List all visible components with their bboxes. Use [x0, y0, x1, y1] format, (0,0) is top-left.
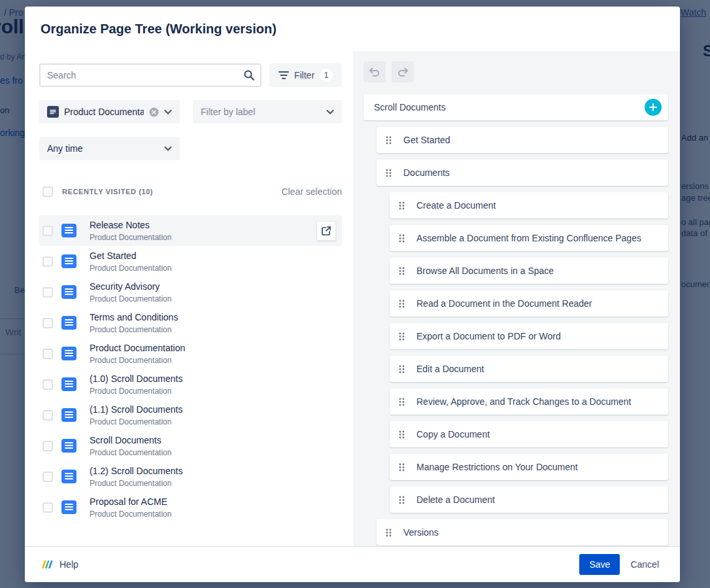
drag-handle-icon[interactable] [399, 430, 405, 439]
drag-handle-icon[interactable] [399, 463, 405, 472]
save-button[interactable]: Save [579, 554, 620, 575]
list-item[interactable]: (1.1) Scroll Documents Product Documenta… [39, 400, 342, 430]
tree-node-label: Read a Document in the Document Reader [416, 298, 592, 309]
tree-node[interactable]: Versions [377, 519, 668, 545]
search-input[interactable] [39, 63, 262, 87]
tree-node[interactable]: Documents [377, 160, 668, 186]
row-checkbox[interactable] [42, 318, 53, 328]
page-title: Get Started [90, 251, 336, 262]
tree-node[interactable]: Delete a Document [390, 487, 668, 513]
recently-visited-list: Release Notes Product Documentation Get … [39, 215, 342, 523]
drag-handle-icon[interactable] [399, 365, 405, 373]
tree-node[interactable]: Get Started [377, 127, 668, 153]
document-icon [61, 439, 76, 453]
page-space-name: Product Documentation [90, 264, 336, 273]
redo-button[interactable] [392, 61, 414, 82]
list-item[interactable]: Proposal for ACME Product Documentation [39, 492, 342, 523]
open-page-button[interactable] [316, 221, 336, 241]
clear-selection-link[interactable]: Clear selection [281, 186, 342, 197]
row-checkbox[interactable] [42, 472, 53, 482]
page-title: (1.2) Scroll Documents [90, 466, 336, 477]
list-item[interactable]: Get Started Product Documentation [39, 246, 342, 277]
section-header-label: RECENTLY VISITED (10) [62, 188, 272, 196]
drag-handle-icon[interactable] [386, 528, 392, 537]
page-space-name: Product Documentation [90, 356, 336, 365]
list-item[interactable]: (1.0) Scroll Documents Product Documenta… [39, 369, 342, 400]
row-checkbox[interactable] [42, 226, 53, 236]
page-title: Scroll Documents [90, 435, 336, 446]
page-space-name: Product Documentation [90, 479, 336, 488]
tree-node[interactable]: Read a Document in the Document Reader [390, 290, 668, 317]
row-checkbox[interactable] [42, 441, 53, 451]
document-icon [61, 470, 76, 483]
dialog-footer: Help Save Cancel [25, 546, 680, 582]
add-page-button[interactable] [645, 99, 662, 116]
tree-node[interactable]: Edit a Document [390, 356, 668, 382]
page-space-name: Product Documentation [90, 417, 336, 426]
page-title: (1.0) Scroll Documents [90, 373, 336, 385]
redo-icon [397, 67, 409, 77]
time-filter-dropdown[interactable]: Any time [39, 137, 180, 160]
row-checkbox[interactable] [42, 287, 53, 298]
list-item[interactable]: Product Documentation Product Documentat… [39, 338, 342, 369]
list-item[interactable]: (1.2) Scroll Documents Product Documenta… [39, 461, 342, 492]
tree-node[interactable]: Create a Document [390, 192, 668, 218]
filter-button[interactable]: Filter 1 [269, 63, 342, 87]
list-item[interactable]: Terms and Conditions Product Documentati… [39, 307, 342, 338]
tree-node-label: Create a Document [416, 200, 496, 211]
tree-node[interactable]: Export a Document to PDF or Word [390, 323, 668, 349]
page-title: Security Advisory [90, 281, 336, 292]
row-checkbox[interactable] [42, 379, 53, 390]
drag-handle-icon[interactable] [399, 300, 405, 308]
tree-node[interactable]: Review, Approve, and Track Changes to a … [390, 389, 668, 415]
tree-node-label: Manage Restrictions on Your Document [416, 462, 578, 472]
space-filter-dropdown[interactable]: Product Documentat [39, 100, 180, 124]
drag-handle-icon[interactable] [386, 136, 392, 145]
tree-node[interactable]: Assemble a Document from Existing Conflu… [390, 225, 668, 251]
tree-node[interactable]: Browse All Documents in a Space [390, 258, 668, 284]
list-item[interactable]: Scroll Documents Product Documentation [39, 430, 342, 461]
filter-icon [279, 71, 289, 80]
tree-node[interactable]: Manage Restrictions on Your Document [390, 454, 668, 480]
search-icon [243, 69, 255, 81]
space-filter-value: Product Documentat [64, 107, 144, 117]
drag-handle-icon[interactable] [399, 398, 405, 406]
undo-icon [369, 67, 380, 77]
cancel-button[interactable]: Cancel [625, 559, 664, 570]
list-item[interactable]: Security Advisory Product Documentation [39, 277, 342, 307]
clear-space-filter-icon[interactable] [149, 107, 159, 117]
undo-button[interactable] [363, 61, 386, 82]
help-link[interactable]: Help [59, 559, 78, 570]
drag-handle-icon[interactable] [399, 234, 405, 243]
drag-handle-icon[interactable] [399, 332, 405, 341]
document-icon [61, 500, 76, 514]
drag-handle-icon[interactable] [399, 267, 405, 275]
select-all-checkbox[interactable] [42, 186, 53, 197]
drag-handle-icon[interactable] [399, 201, 405, 210]
document-icon [61, 377, 76, 391]
page-space-name: Product Documentation [90, 233, 316, 242]
row-checkbox[interactable] [42, 410, 53, 421]
tree-node-list: Get Started Documents Create a Document … [363, 127, 668, 545]
tree-node-label: Copy a Document [416, 429, 490, 440]
plus-icon [649, 103, 657, 111]
page-space-name: Product Documentation [90, 510, 336, 519]
list-item[interactable]: Release Notes Product Documentation [39, 215, 342, 246]
tree-node-label: Export a Document to PDF or Word [416, 331, 561, 341]
row-checkbox[interactable] [42, 502, 53, 513]
page-space-name: Product Documentation [90, 448, 336, 457]
drag-handle-icon[interactable] [386, 169, 392, 177]
tree-node-label: Versions [403, 527, 439, 538]
document-icon [61, 285, 76, 299]
list-header: RECENTLY VISITED (10) Clear selection [39, 186, 342, 197]
row-checkbox[interactable] [42, 349, 53, 359]
page-picker-panel: Filter 1 Product Documentat [25, 51, 353, 546]
page-space-name: Product Documentation [90, 387, 336, 396]
page-title: (1.1) Scroll Documents [90, 404, 336, 415]
row-checkbox[interactable] [42, 256, 53, 267]
page-space-name: Product Documentation [90, 325, 336, 334]
tree-root-row[interactable]: Scroll Documents [363, 94, 668, 120]
tree-node[interactable]: Copy a Document [390, 421, 668, 447]
label-filter-dropdown[interactable]: Filter by label [193, 100, 342, 124]
drag-handle-icon[interactable] [399, 496, 405, 504]
